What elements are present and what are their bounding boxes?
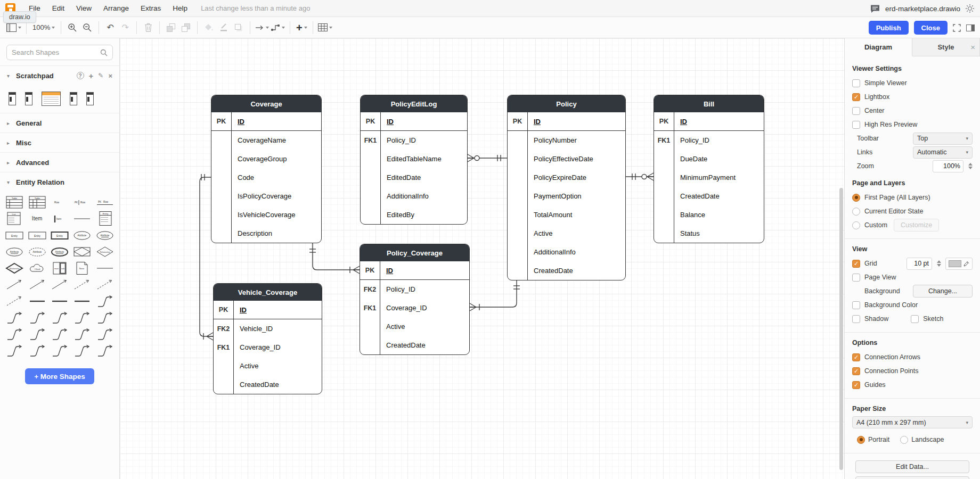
- more-shapes-button[interactable]: + More Shapes: [25, 368, 94, 384]
- palette-shape-assoc[interactable]: [71, 243, 93, 260]
- publish-button[interactable]: Publish: [869, 21, 909, 35]
- entity-row[interactable]: PKID: [360, 261, 469, 280]
- palette-shape-step[interactable]: [94, 309, 116, 326]
- toolbar-select[interactable]: Top▾: [913, 133, 973, 145]
- insert-icon[interactable]: +: [295, 21, 308, 35]
- section-misc[interactable]: ▸ Misc: [0, 133, 119, 152]
- section-entity-relation[interactable]: ▾ Entity Relation: [0, 172, 119, 192]
- palette-shape-itemText[interactable]: Item: [26, 210, 48, 227]
- entity-row[interactable]: CoverageGroup: [211, 150, 321, 168]
- palette-shape-list[interactable]: List: [3, 210, 26, 227]
- entity-row[interactable]: FK2Vehicle_ID: [214, 319, 322, 338]
- scratchpad-item-4[interactable]: [70, 92, 77, 105]
- palette-shape-rectBold[interactable]: Entity: [48, 227, 71, 243]
- scratchpad-item-1[interactable]: [9, 92, 16, 105]
- comments-icon[interactable]: [870, 4, 880, 13]
- section-general[interactable]: ▸ General: [0, 113, 119, 133]
- palette-shape-step[interactable]: [48, 326, 71, 342]
- scratchpad-edit-icon[interactable]: ✎: [98, 72, 103, 79]
- canvas-vertical-scrollbar[interactable]: [839, 188, 843, 470]
- grid-color-button[interactable]: [945, 258, 973, 270]
- options-connection-arrows-checkbox[interactable]: [852, 353, 860, 361]
- palette-shape-step[interactable]: [3, 309, 26, 326]
- tab-style[interactable]: Style: [912, 38, 980, 56]
- options-connection-points-checkbox[interactable]: [852, 367, 860, 375]
- entity-row[interactable]: PaymentOption: [508, 187, 625, 205]
- palette-shape-thick[interactable]: [48, 293, 71, 309]
- panel-close-icon[interactable]: ×: [970, 43, 975, 52]
- shadow-icon[interactable]: [232, 21, 245, 35]
- palette-shape-cloud[interactable]: Cloud: [26, 260, 48, 276]
- palette-shape-diamondBold[interactable]: Relationship: [3, 260, 26, 276]
- entity-row[interactable]: CreatedDate: [360, 336, 469, 354]
- scratchpad-close-icon[interactable]: ×: [108, 72, 112, 80]
- palette-shape-thick[interactable]: [71, 293, 93, 309]
- menu-arrange[interactable]: Arrange: [97, 0, 135, 17]
- palette-shape-rect[interactable]: Entity: [3, 227, 26, 243]
- entity-PolicyEditLog[interactable]: PolicyEditLogPKIDFK1Policy_IDEditedTable…: [360, 95, 468, 225]
- document-filename[interactable]: erd-marketplace.drawio: [885, 5, 960, 13]
- zoom-in-icon[interactable]: [66, 21, 79, 35]
- grid-size-spinner[interactable]: [937, 260, 941, 267]
- delete-icon[interactable]: [142, 21, 154, 35]
- palette-shape-edge[interactable]: [3, 276, 26, 293]
- entity-Vehicle_Coverage[interactable]: Vehicle_CoveragePKIDFK2Vehicle_IDFK1Cove…: [213, 283, 322, 394]
- fill-color-icon[interactable]: [202, 21, 215, 35]
- palette-shape-step[interactable]: [26, 309, 48, 326]
- palette-shape-rowTiny[interactable]: Row: [48, 194, 71, 210]
- entity-row[interactable]: CoverageName: [211, 131, 321, 150]
- menu-help[interactable]: Help: [167, 0, 193, 17]
- zoom-level-dropdown[interactable]: 100%: [30, 23, 57, 31]
- entity-row[interactable]: PKID: [214, 301, 322, 319]
- entity-row[interactable]: Status: [654, 224, 764, 243]
- entity-row[interactable]: DueDate: [654, 150, 764, 168]
- palette-shape-step[interactable]: [48, 309, 71, 326]
- radio-current-editor-state[interactable]: [852, 208, 860, 216]
- entity-row[interactable]: FK2Policy_ID: [360, 280, 469, 299]
- viewer-zoom-spinner[interactable]: [968, 163, 973, 169]
- palette-shape-tableK[interactable]: Table: [26, 194, 48, 210]
- line-color-icon[interactable]: [217, 21, 230, 35]
- grid-checkbox[interactable]: [852, 260, 860, 268]
- palette-shape-step[interactable]: [3, 326, 26, 342]
- palette-shape-itemBar[interactable]: Item: [48, 210, 71, 227]
- palette-shape-step[interactable]: [48, 342, 71, 359]
- entity-row[interactable]: IsVehicleCoverage: [211, 205, 321, 224]
- radio-first-page-all-layers-[interactable]: [852, 194, 860, 202]
- links-select[interactable]: Automatic▾: [913, 146, 973, 159]
- entity-Policy_Coverage[interactable]: Policy_CoveragePKIDFK2Policy_IDFK1Covera…: [360, 244, 470, 355]
- palette-shape-hline[interactable]: [71, 210, 93, 227]
- paper-size-select[interactable]: A4 (210 mm x 297 mm)▾: [852, 416, 973, 428]
- redo-icon[interactable]: ↷: [119, 21, 132, 35]
- theme-sun-icon[interactable]: [965, 4, 975, 13]
- palette-shape-step[interactable]: [71, 342, 93, 359]
- palette-shape-step[interactable]: [26, 326, 48, 342]
- viewer-simple-viewer-checkbox[interactable]: [852, 79, 860, 87]
- section-scratchpad[interactable]: ▾ Scratchpad ? + ✎ ×: [0, 65, 119, 85]
- connection-style-icon[interactable]: [255, 21, 269, 35]
- entity-row[interactable]: CreatedDate: [654, 187, 764, 205]
- palette-shape-step[interactable]: [94, 293, 116, 309]
- palette-shape-edge[interactable]: [48, 276, 71, 293]
- palette-shape-ellipse[interactable]: Attribute: [71, 227, 93, 243]
- scratchpad-add-icon[interactable]: +: [89, 71, 94, 80]
- menu-edit[interactable]: Edit: [46, 0, 70, 17]
- viewer-high-res-preview-checkbox[interactable]: [852, 121, 860, 129]
- entity-row[interactable]: CreatedDate: [508, 261, 625, 280]
- fullscreen-icon[interactable]: [953, 24, 961, 32]
- entity-row[interactable]: FK1Policy_ID: [654, 131, 764, 150]
- portrait-radio[interactable]: [857, 436, 865, 444]
- palette-shape-step[interactable]: [94, 342, 116, 359]
- entity-row[interactable]: Active: [360, 317, 469, 336]
- entity-row[interactable]: FK1Coverage_ID: [360, 299, 469, 317]
- palette-shape-ellipseDash[interactable]: Attribute: [26, 243, 48, 260]
- palette-shape-ellipseBold[interactable]: Attribute: [48, 243, 71, 260]
- undo-icon[interactable]: ↶: [104, 21, 117, 35]
- entity-row[interactable]: AdditionalInfo: [361, 187, 467, 205]
- palette-shape-edge[interactable]: [26, 276, 48, 293]
- entity-row[interactable]: AdditionalInfo: [508, 243, 625, 261]
- background-change-button[interactable]: Change...: [913, 285, 973, 298]
- entity-row[interactable]: Active: [214, 357, 322, 375]
- palette-shape-step[interactable]: [71, 326, 93, 342]
- background-color-checkbox[interactable]: [852, 301, 860, 309]
